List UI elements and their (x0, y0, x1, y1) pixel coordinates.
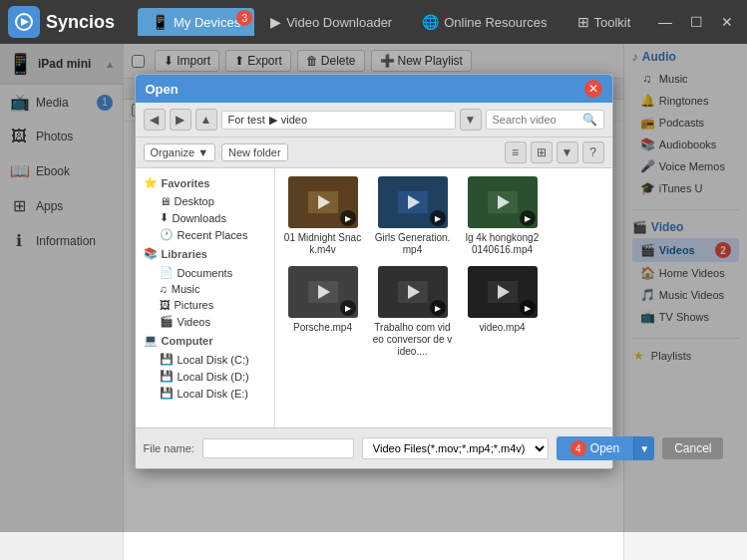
tab-online-resources[interactable]: 🌐 Online Resources (408, 8, 560, 36)
file-item-2[interactable]: ▶ lg 4k hongkong2 0140616.mp4 (463, 176, 543, 256)
thumb-play-1: ▶ (430, 210, 446, 226)
open-btn-group: 4 Open ▼ (557, 436, 654, 460)
nav-dropdown-button[interactable]: ▼ (460, 109, 482, 131)
window-controls: — ☐ ✕ (652, 12, 739, 32)
file-dialog-overlay: Open ✕ ◀ ▶ ▲ For test ▶ video ▼ 🔍 Organi… (0, 44, 747, 532)
recent-icon: 🕐 (160, 228, 174, 241)
desktop-icon: 🖥 (160, 195, 171, 207)
file-label-0: 01 Midnight Snack.m4v (283, 232, 363, 256)
dialog-titlebar: Open ✕ (136, 75, 612, 103)
tab-toolkit-icon: ⊞ (577, 14, 589, 30)
organize-button[interactable]: Organize ▼ (144, 143, 216, 161)
dialog-nav: ◀ ▶ ▲ For test ▶ video ▼ 🔍 (136, 103, 612, 138)
cancel-label: Cancel (674, 441, 711, 455)
tab-my-devices[interactable]: 📱 My Devices 3 (138, 8, 254, 36)
filetype-select[interactable]: Video Files(*.mov;*.mp4;*.m4v) (362, 437, 549, 459)
tree-libraries-header[interactable]: 📚 Libraries (136, 243, 274, 264)
tree-drive-c[interactable]: 💾 Local Disk (C:) (152, 351, 274, 368)
app-logo: Syncios (8, 6, 138, 38)
tree-music[interactable]: ♫ Music (152, 281, 274, 297)
favorites-icon: ⭐ (144, 176, 158, 189)
thumb-play-5: ▶ (520, 300, 536, 316)
tab-devices-badge: 3 (236, 10, 252, 26)
svg-marker-1 (21, 18, 29, 26)
drive-d-label: Local Disk (D:) (178, 371, 249, 383)
documents-icon: 📄 (160, 266, 174, 279)
file-item-5[interactable]: ▶ video.mp4 (463, 266, 543, 358)
dialog-files: ▶ 01 Midnight Snack.m4v ▶ Girls Generati… (275, 168, 612, 427)
search-box: 🔍 (486, 110, 604, 130)
file-thumb-img-0: ▶ (288, 176, 358, 228)
file-label-1: Girls Generation.mp4 (373, 232, 453, 256)
nav-tabs: 📱 My Devices 3 ▶ Video Downloader 🌐 Onli… (138, 8, 652, 36)
close-button[interactable]: ✕ (715, 12, 739, 32)
drive-e-label: Local Disk (E:) (178, 388, 249, 400)
tree-drive-e[interactable]: 💾 Local Disk (E:) (152, 385, 274, 402)
search-icon: 🔍 (582, 113, 597, 127)
view-list-button[interactable]: ≡ (505, 141, 527, 163)
tree-pictures[interactable]: 🖼 Pictures (152, 297, 274, 313)
search-input[interactable] (493, 114, 582, 126)
restore-button[interactable]: ☐ (684, 12, 709, 32)
downloads-label: Downloads (173, 212, 226, 224)
desktop-label: Desktop (175, 195, 214, 207)
nav-up-button[interactable]: ▲ (195, 109, 217, 131)
new-folder-button[interactable]: New folder (221, 143, 288, 161)
app-icon (8, 6, 40, 38)
recent-label: Recent Places (178, 229, 248, 241)
tab-devices-icon: 📱 (152, 14, 169, 30)
help-button[interactable]: ? (582, 141, 604, 163)
thumb-play-3: ▶ (340, 300, 356, 316)
nav-back-button[interactable]: ◀ (144, 109, 166, 131)
tree-desktop[interactable]: 🖥 Desktop (152, 193, 274, 209)
open-button[interactable]: 4 Open (557, 436, 633, 460)
tree-videos-label: Videos (178, 316, 210, 328)
tree-downloads[interactable]: ⬇ Downloads (152, 209, 274, 226)
view-grid-button[interactable]: ⊞ (531, 141, 553, 163)
dialog-close-button[interactable]: ✕ (584, 80, 602, 98)
dialog-body: ⭐ Favorites 🖥 Desktop ⬇ Downloads 🕐 Rece… (136, 168, 612, 427)
path-part-1: For test (228, 114, 265, 126)
computer-label: Computer (162, 335, 213, 347)
file-thumb-img-2: ▶ (468, 176, 538, 228)
file-label-5: video.mp4 (463, 322, 543, 334)
open-dropdown-button[interactable]: ▼ (633, 436, 654, 460)
nav-forward-button[interactable]: ▶ (170, 109, 191, 131)
tree-videos[interactable]: 🎬 Videos (152, 313, 274, 330)
tree-recent-places[interactable]: 🕐 Recent Places (152, 226, 274, 243)
minimize-button[interactable]: — (652, 12, 678, 32)
topbar: Syncios 📱 My Devices 3 ▶ Video Downloade… (0, 0, 747, 44)
file-thumb-img-5: ▶ (468, 266, 538, 318)
downloads-icon: ⬇ (160, 211, 169, 224)
favorites-label: Favorites (162, 177, 210, 189)
pictures-icon: 🖼 (160, 299, 171, 311)
file-item-0[interactable]: ▶ 01 Midnight Snack.m4v (283, 176, 363, 256)
tree-computer-sub: 💾 Local Disk (C:) 💾 Local Disk (D:) 💾 Lo… (136, 351, 274, 402)
filename-input[interactable] (202, 438, 354, 458)
file-dialog: Open ✕ ◀ ▶ ▲ For test ▶ video ▼ 🔍 Organi… (135, 74, 613, 469)
drive-c-icon: 💾 (160, 353, 174, 366)
tree-favorites-sub: 🖥 Desktop ⬇ Downloads 🕐 Recent Places (136, 193, 274, 243)
cancel-button[interactable]: Cancel (662, 437, 723, 459)
file-item-3[interactable]: ▶ Porsche.mp4 (283, 266, 363, 358)
file-label-3: Porsche.mp4 (283, 322, 363, 334)
tree-favorites-header[interactable]: ⭐ Favorites (136, 172, 274, 193)
open-label: Open (590, 441, 619, 455)
path-separator-1: ▶ (269, 114, 277, 127)
filename-label: File name: (144, 442, 194, 454)
dialog-title: Open (146, 82, 179, 97)
drive-d-icon: 💾 (160, 370, 174, 383)
dialog-tree: ⭐ Favorites 🖥 Desktop ⬇ Downloads 🕐 Rece… (136, 168, 275, 427)
tab-video-downloader[interactable]: ▶ Video Downloader (256, 8, 406, 36)
file-thumb-img-1: ▶ (378, 176, 448, 228)
path-part-2: video (281, 114, 307, 126)
tab-video-label: Video Downloader (286, 15, 392, 30)
tree-computer-header[interactable]: 💻 Computer (136, 330, 274, 351)
tab-toolkit[interactable]: ⊞ Toolkit (563, 8, 645, 36)
tree-drive-d[interactable]: 💾 Local Disk (D:) (152, 368, 274, 385)
thumb-play-2: ▶ (520, 210, 536, 226)
view-options-button[interactable]: ▼ (557, 141, 578, 163)
file-item-1[interactable]: ▶ Girls Generation.mp4 (373, 176, 453, 256)
file-item-4[interactable]: ▶ Trabalho com video conversor de video.… (373, 266, 453, 358)
tree-documents[interactable]: 📄 Documents (152, 264, 274, 281)
